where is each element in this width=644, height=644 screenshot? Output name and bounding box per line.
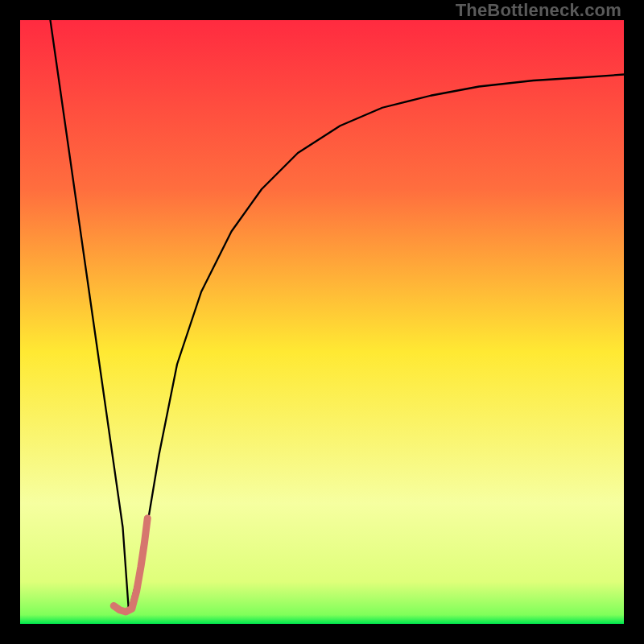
bottleneck-curve (51, 20, 625, 612)
outer-frame: TheBottleneck.com (0, 0, 644, 644)
curve-layer (20, 20, 624, 624)
accent-tick (114, 518, 147, 612)
plot-area (20, 20, 624, 624)
watermark-text: TheBottleneck.com (456, 0, 621, 21)
